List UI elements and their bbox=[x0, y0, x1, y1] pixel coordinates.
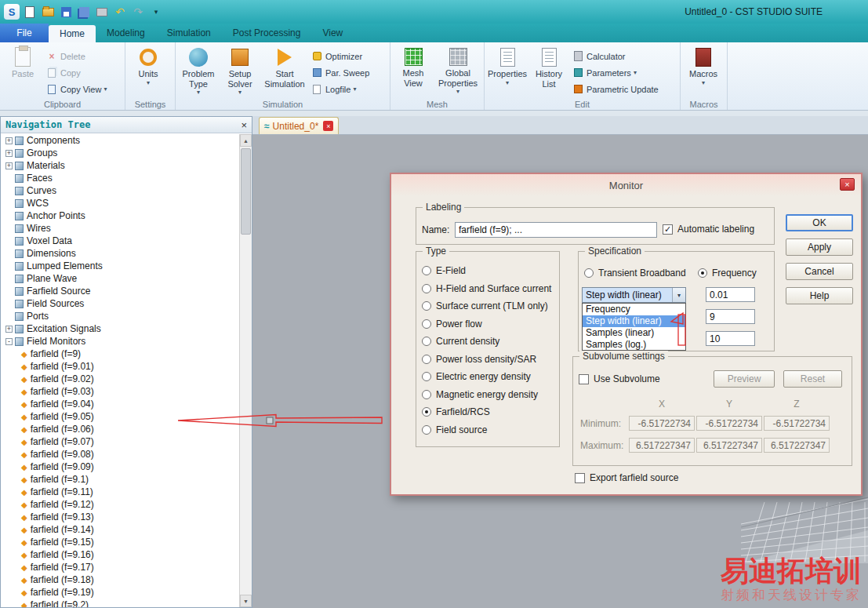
scroll-up-button[interactable]: ▲ bbox=[240, 134, 252, 147]
cancel-button[interactable]: Cancel bbox=[786, 263, 853, 280]
tree-item-field-monitors[interactable]: -Field Monitors bbox=[2, 335, 238, 348]
type-option-surface-current-tlm-only[interactable]: Surface current (TLM only) bbox=[422, 297, 557, 315]
tree-item-ports[interactable]: Ports bbox=[2, 310, 238, 322]
setup-solver-button[interactable]: Setup Solver ▾ bbox=[220, 46, 260, 96]
scrollbar-thumb[interactable] bbox=[241, 148, 251, 235]
tree-item-farfield-f-9-12[interactable]: ◆farfield (f=9.12) bbox=[2, 498, 238, 511]
parametric-update-button[interactable]: Parametric Update bbox=[571, 81, 659, 97]
panel-close-button[interactable]: × bbox=[241, 120, 247, 130]
logfile-button[interactable]: Logfile ▾ bbox=[310, 81, 369, 97]
tab-simulation[interactable]: Simulation bbox=[156, 24, 222, 42]
expand-icon[interactable]: + bbox=[5, 150, 13, 157]
tree-item-farfield-source[interactable]: Farfield Source bbox=[2, 285, 238, 297]
tree-item-farfield-f-9-01[interactable]: ◆farfield (f=9.01) bbox=[2, 360, 238, 373]
tree-item-farfield-f-9-11[interactable]: ◆farfield (f=9.11) bbox=[2, 486, 238, 498]
mesh-view-button[interactable]: Mesh View bbox=[394, 46, 433, 88]
quick-access-dropdown[interactable]: ▾ bbox=[148, 3, 164, 20]
ok-button[interactable]: OK bbox=[786, 214, 853, 231]
transient-broadband-radio[interactable]: Transient Broadband bbox=[584, 268, 686, 279]
type-option-e-field[interactable]: E-Field bbox=[422, 262, 557, 280]
tree-item-wcs[interactable]: WCS bbox=[2, 197, 238, 209]
expand-icon[interactable]: + bbox=[5, 137, 13, 144]
dropdown-option-samples-log[interactable]: Samples (log.) bbox=[583, 338, 685, 350]
print-button[interactable] bbox=[94, 3, 110, 20]
units-button[interactable]: Units ▾ bbox=[129, 46, 168, 86]
dialog-close-button[interactable]: × bbox=[840, 178, 855, 191]
app-menu-button[interactable]: S bbox=[4, 3, 20, 20]
copy-button[interactable]: Copy bbox=[45, 64, 107, 81]
dropdown-option-samples-linear[interactable]: Samples (linear) bbox=[583, 327, 685, 339]
tree-item-farfield-f-9-1[interactable]: ◆farfield (f=9.1) bbox=[2, 473, 238, 486]
save-button[interactable] bbox=[58, 3, 74, 20]
tree-item-farfield-f-9-2[interactable]: ◆farfield (f=9.2) bbox=[2, 599, 238, 607]
dropdown-option-step-width-linear[interactable]: Step width (linear) bbox=[583, 315, 685, 327]
tree-item-farfield-f-9-06[interactable]: ◆farfield (f=9.06) bbox=[2, 423, 238, 435]
document-tab-close-button[interactable]: × bbox=[323, 121, 333, 131]
use-subvolume-checkbox[interactable]: Use Subvolume bbox=[579, 373, 660, 384]
tree-item-dimensions[interactable]: Dimensions bbox=[2, 247, 238, 260]
scroll-down-button[interactable]: ▼ bbox=[240, 595, 252, 607]
dropdown-option-frequency[interactable]: Frequency bbox=[583, 304, 685, 315]
tree-item-curves[interactable]: Curves bbox=[2, 184, 238, 197]
tree-item-farfield-f-9-02[interactable]: ◆farfield (f=9.02) bbox=[2, 373, 238, 385]
tree-item-excitation-signals[interactable]: +Excitation Signals bbox=[2, 322, 238, 335]
optimizer-button[interactable]: Optimizer bbox=[310, 48, 369, 64]
type-option-farfield-rcs[interactable]: Farfield/RCS bbox=[422, 403, 557, 421]
tab-view[interactable]: View bbox=[311, 24, 354, 42]
help-button[interactable]: Help bbox=[786, 287, 853, 304]
calculator-button[interactable]: Calculator bbox=[571, 48, 659, 64]
tree-item-farfield-f-9-04[interactable]: ◆farfield (f=9.04) bbox=[2, 398, 238, 410]
export-farfield-source-checkbox[interactable]: Export farfield source bbox=[575, 472, 678, 483]
tree-item-farfield-f-9-17[interactable]: ◆farfield (f=9.17) bbox=[2, 561, 238, 573]
tree-item-farfield-f-9-19[interactable]: ◆farfield (f=9.19) bbox=[2, 586, 238, 599]
paste-button[interactable]: Paste bbox=[3, 46, 42, 79]
tree-item-farfield-f-9-14[interactable]: ◆farfield (f=9.14) bbox=[2, 523, 238, 536]
tree-item-wires[interactable]: Wires bbox=[2, 222, 238, 235]
tree-item-farfield-f-9-09[interactable]: ◆farfield (f=9.09) bbox=[2, 461, 238, 473]
global-properties-button[interactable]: Global Properties ▾ bbox=[435, 46, 481, 95]
tree-item-field-sources[interactable]: Field Sources bbox=[2, 297, 238, 310]
properties-button[interactable]: Properties ▾ bbox=[488, 46, 527, 86]
start-simulation-button[interactable]: Start Simulation bbox=[262, 46, 307, 89]
tree-scrollbar[interactable]: ▲ ▼ bbox=[239, 134, 252, 607]
expand-icon[interactable]: + bbox=[5, 162, 13, 169]
tree-item-farfield-f-9-18[interactable]: ◆farfield (f=9.18) bbox=[2, 573, 238, 586]
tab-home[interactable]: Home bbox=[49, 25, 96, 42]
tree-item-voxel-data[interactable]: Voxel Data bbox=[2, 235, 238, 247]
type-option-field-source[interactable]: Field source bbox=[422, 421, 557, 439]
expand-icon[interactable]: + bbox=[5, 326, 13, 333]
apply-button[interactable]: Apply bbox=[786, 238, 853, 256]
macros-button[interactable]: Macros ▾ bbox=[684, 46, 723, 86]
dialog-title-bar[interactable]: Monitor × bbox=[391, 174, 861, 196]
tree-item-farfield-f-9-07[interactable]: ◆farfield (f=9.07) bbox=[2, 435, 238, 448]
type-option-current-density[interactable]: Current density bbox=[422, 333, 557, 351]
tree-item-farfield-f-9[interactable]: ◆farfield (f=9) bbox=[2, 348, 238, 360]
frequency-radio[interactable]: Frequency bbox=[698, 268, 757, 279]
tree-item-faces[interactable]: Faces bbox=[2, 172, 238, 184]
copy-view-button[interactable]: Copy View ▾ bbox=[45, 81, 107, 97]
tab-file[interactable]: File bbox=[0, 24, 49, 42]
preview-button[interactable]: Preview bbox=[714, 370, 775, 388]
tree-item-groups[interactable]: +Groups bbox=[2, 147, 238, 159]
problem-type-button[interactable]: Problem Type ▾ bbox=[179, 46, 218, 96]
type-option-electric-energy-density[interactable]: Electric energy density bbox=[422, 368, 557, 386]
tree-item-components[interactable]: +Components bbox=[2, 134, 238, 147]
type-option-power-flow[interactable]: Power flow bbox=[422, 315, 557, 333]
step-width-input[interactable] bbox=[706, 287, 755, 302]
document-tab[interactable]: ≈ Untitled_0* × bbox=[259, 117, 339, 134]
automatic-labeling-checkbox[interactable]: ✓ Automatic labeling bbox=[663, 224, 754, 235]
new-project-button[interactable] bbox=[22, 3, 38, 20]
tree-item-farfield-f-9-05[interactable]: ◆farfield (f=9.05) bbox=[2, 410, 238, 423]
tree-item-materials[interactable]: +Materials bbox=[2, 159, 238, 172]
frequency-spec-combobox[interactable]: Step width (linear) ▾ bbox=[582, 287, 686, 303]
tree-item-farfield-f-9-08[interactable]: ◆farfield (f=9.08) bbox=[2, 448, 238, 461]
par-sweep-button[interactable]: Par. Sweep bbox=[310, 64, 369, 81]
history-list-button[interactable]: History List bbox=[529, 46, 568, 89]
tree-item-farfield-f-9-03[interactable]: ◆farfield (f=9.03) bbox=[2, 385, 238, 398]
tree-item-lumped-elements[interactable]: Lumped Elements bbox=[2, 260, 238, 272]
redo-button[interactable]: ↷ bbox=[130, 3, 146, 20]
tab-post-processing[interactable]: Post Processing bbox=[222, 24, 312, 42]
reset-button[interactable]: Reset bbox=[783, 370, 842, 388]
fmax-input[interactable] bbox=[706, 331, 755, 346]
tree-item-anchor-points[interactable]: Anchor Points bbox=[2, 209, 238, 222]
